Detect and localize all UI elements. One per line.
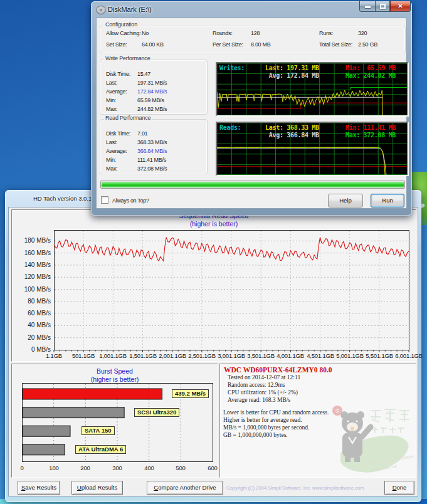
y-axis-label: 40 MB/s: [14, 322, 51, 328]
scope-avg: Avg: 366.84 MB: [265, 132, 319, 139]
bar-label: SCSI Ultra320: [134, 408, 179, 417]
field-label: Average:: [106, 148, 127, 154]
taiwan-bear-watermark: Taiwan Bear Loves Sharingbpg.pixnet.net: [332, 404, 414, 475]
burst-x-label: 500: [176, 465, 185, 471]
field-value: 111.41 MB/s: [137, 157, 166, 163]
x-axis-label: 4,501.1GB: [307, 352, 334, 359]
field-label: Per Set Size:: [213, 41, 243, 48]
compare-drive-button[interactable]: Compare Another Drive: [147, 481, 223, 495]
burst-x-label: 400: [144, 465, 154, 471]
field-value: 244.82 MB/s: [137, 106, 167, 112]
diskmark-title[interactable]: DiskMark (E:\): [108, 6, 152, 13]
burst-chart-panel: Burst Speed (higher is better) 439.2 MB/…: [11, 364, 218, 478]
x-axis-label: 1,001.1GB: [99, 352, 127, 359]
burst-bar: [23, 389, 162, 399]
scope-last: Last: 368.33 MB: [265, 124, 319, 131]
x-axis-label: 3,001.1GB: [218, 352, 245, 359]
field-value: 15.47: [137, 71, 150, 77]
field-value: 65.59 MB/s: [137, 97, 164, 103]
scope-avg: Avg: 172.84 MB: [265, 72, 319, 79]
progress-bar-fill: [102, 182, 404, 187]
copyright-text: Copyright (C) 2004 Simpli Software, Inc.…: [226, 485, 364, 491]
field-label: Disk Time:: [106, 130, 130, 137]
done-button[interactable]: Done: [384, 481, 414, 495]
write-group-label: Write Performance: [104, 55, 151, 61]
field-label: Max:: [106, 106, 117, 112]
field-label: Rounds:: [213, 30, 232, 36]
bar-label: 439.2 MB/s: [172, 389, 209, 398]
info-line: CPU utilization: 1% (+/- 2%): [228, 389, 298, 396]
field-label: Min:: [106, 97, 116, 103]
run-button[interactable]: Run: [371, 194, 404, 207]
info-line: Random access: 12.9ms: [228, 382, 285, 388]
scope-title: Reads:: [219, 124, 241, 131]
field-label: Last:: [106, 139, 117, 145]
x-axis-label: 5,501.1GB: [366, 352, 393, 359]
info-line: GB = 1,000,000,000 bytes.: [223, 432, 288, 438]
y-axis-label: 80 MB/s: [14, 298, 51, 305]
field-label: Min:: [106, 157, 116, 163]
field-value: 320: [358, 30, 367, 36]
always-on-top-checkbox[interactable]: [101, 196, 108, 204]
sequential-chart-panel: Sequential Read Speed (higher is better)…: [11, 209, 416, 362]
burst-x-label: 200: [80, 465, 90, 471]
bar-label: ATA UltraDMA 6: [75, 445, 126, 454]
diskmark-window: DiskMark (E:\) ✕ Configuration Allow Cac…: [91, 1, 412, 216]
field-value: 172.84 MB/s: [137, 88, 167, 95]
field-label: Last:: [106, 80, 117, 86]
field-value: 64.00 KB: [142, 41, 164, 48]
burst-x-label: 100: [49, 465, 58, 471]
x-axis-label: 6,001.1GB: [395, 352, 423, 359]
field-label: Average:: [106, 88, 127, 95]
x-axis-label: 1,501.1GB: [129, 352, 157, 359]
x-axis-label: 3,501.1GB: [247, 352, 275, 359]
minimize-button[interactable]: [359, 1, 375, 12]
close-button[interactable]: ✕: [390, 1, 411, 12]
diskmark-app-icon: [96, 5, 106, 15]
field-label: Max:: [106, 165, 117, 172]
info-line: Lower is better for CPU and random acces…: [223, 409, 329, 416]
field-value: 368.33 MB/s: [137, 139, 167, 145]
y-axis-label: 180 MB/s: [14, 237, 51, 244]
drive-info-panel: WDC WD60PURX-64LZMY0 80.0 Tested on 2014…: [219, 364, 416, 478]
burst-subtitle: (higher is better): [12, 375, 218, 383]
x-axis-label: 4,001.1GB: [277, 352, 304, 359]
field-label: Disk Time:: [106, 71, 130, 77]
sequential-read-chart: [53, 230, 410, 353]
hdtach-window: HD Tach version 3.0.1.0 - Fo Sequential …: [5, 190, 421, 502]
always-on-top-label: Always on Top?: [112, 197, 149, 204]
scope-max: Max: 244.82 MB: [345, 72, 396, 79]
progress-bar: [100, 181, 405, 189]
field-value: 366.84 MB/s: [137, 148, 167, 154]
read-group-label: Read Performance: [104, 115, 152, 121]
field-value: 128: [251, 30, 260, 36]
save-results-button[interactable]: Save Results: [18, 481, 60, 495]
scope-title: Writes:: [219, 65, 245, 71]
reads-scope-chart: Reads: Last: 368.33 MB Min: 111.41 MB Av…: [216, 122, 409, 176]
field-value: 2.50 GB: [358, 41, 377, 48]
burst-bar: [23, 407, 124, 418]
x-axis-label: 2,501.1GB: [188, 352, 216, 359]
y-axis-label: 100 MB/s: [14, 286, 51, 293]
close-icon: ✕: [391, 3, 410, 9]
y-axis-label: 60 MB/s: [14, 310, 51, 317]
bar-label: SATA 150: [82, 426, 115, 435]
scope-last: Last: 197.31 MB: [265, 65, 319, 71]
writes-scope-chart: Writes: Last: 197.31 MB Min: 65.59 MB Av…: [216, 62, 409, 117]
maximize-button[interactable]: [375, 1, 390, 12]
x-axis-label: 2,001.1GB: [159, 352, 186, 359]
burst-title: Burst Speed: [12, 367, 218, 375]
upload-results-button[interactable]: Upload Results: [71, 481, 123, 495]
help-button[interactable]: Help: [328, 194, 363, 207]
drive-title: WDC WD60PURX-64LZMY0 80.0: [224, 366, 332, 374]
x-axis-label: 5,001.1GB: [336, 352, 364, 359]
x-axis-label: 501.1GB: [72, 352, 95, 359]
field-value: No: [142, 30, 149, 36]
field-value: 372.08 MB/s: [137, 165, 167, 172]
info-line: MB/s = 1,000,000 bytes per second.: [223, 424, 309, 431]
x-axis-label: 1.1GB: [46, 352, 62, 359]
hdtach-client-area: Sequential Read Speed (higher is better)…: [8, 207, 418, 496]
burst-x-label: 0: [20, 465, 23, 471]
field-label: Allow Caching:: [106, 30, 140, 36]
y-axis-label: 140 MB/s: [14, 261, 51, 268]
